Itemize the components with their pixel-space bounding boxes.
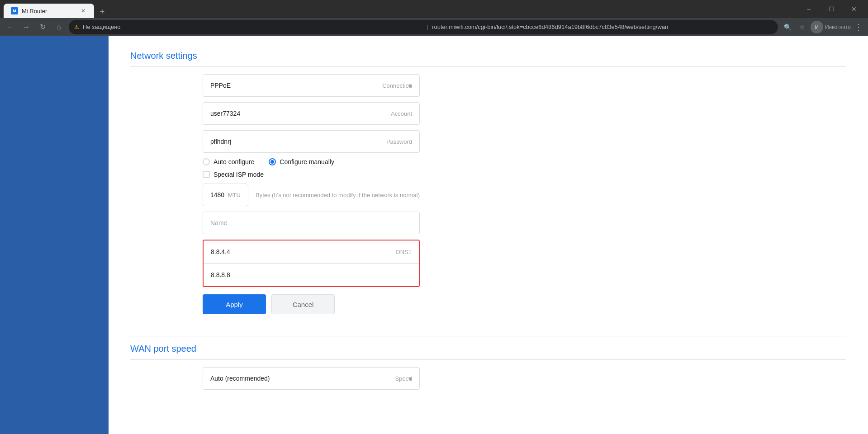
connection-field[interactable]: PPPoE Connection ▾ xyxy=(203,74,420,97)
wan-port-speed-section: WAN port speed Auto (recommended) Speed … xyxy=(130,336,846,390)
tab-favicon: M xyxy=(11,7,18,14)
dns-highlight-box: 8.8.4.4 DNS1 xyxy=(203,240,420,287)
apply-button[interactable]: Apply xyxy=(203,294,266,314)
network-settings-heading: Network settings xyxy=(130,51,846,67)
wan-port-speed-heading: WAN port speed xyxy=(130,344,846,360)
home-button[interactable]: ⌂ xyxy=(52,21,65,33)
bookmark-icon[interactable]: ☆ xyxy=(796,21,809,33)
connection-label: Connection xyxy=(382,82,412,89)
wan-speed-value: Auto (recommended) xyxy=(210,375,412,382)
tab-title: Mi Router xyxy=(22,8,76,14)
profile-label: Инкогнито xyxy=(825,24,851,30)
dns2-input-row[interactable] xyxy=(204,264,419,286)
dns2-input[interactable] xyxy=(211,271,412,278)
configure-manually-radio[interactable] xyxy=(269,158,276,165)
sidebar xyxy=(0,36,109,434)
configure-manually-option[interactable]: Configure manually xyxy=(269,158,334,165)
mtu-row: 1480 MTU Bytes (It's not recommended to … xyxy=(203,184,420,206)
url-bar[interactable]: ⚠ Не защищено | router.miwifi.com/cgi-bi… xyxy=(69,20,778,34)
content-area: Network settings PPPoE Connection ▾ user… xyxy=(109,36,868,434)
refresh-button[interactable]: ↻ xyxy=(36,21,49,33)
minimize-button[interactable]: ‒ xyxy=(798,2,819,16)
new-tab-button[interactable]: + xyxy=(96,5,109,18)
password-value: pflhdnrj xyxy=(210,138,412,145)
main-layout: Network settings PPPoE Connection ▾ user… xyxy=(0,36,868,434)
browser-menu-button[interactable]: ⋮ xyxy=(853,20,864,34)
connection-value: PPPoE xyxy=(210,82,412,89)
auto-configure-label: Auto configure xyxy=(213,158,254,165)
form-buttons: Apply Cancel xyxy=(203,294,420,314)
page-content: Network settings PPPoE Connection ▾ user… xyxy=(109,36,868,434)
wan-speed-form: Auto (recommended) Speed ▾ xyxy=(203,367,420,390)
address-bar: ← → ↻ ⌂ ⚠ Не защищено | router.miwifi.co… xyxy=(0,18,868,36)
dns1-input-row[interactable]: 8.8.4.4 DNS1 xyxy=(204,241,419,263)
back-button[interactable]: ← xyxy=(4,21,16,33)
configure-radio-group: Auto configure Configure manually xyxy=(203,158,420,165)
special-isp-checkbox-row[interactable]: Special ISP mode xyxy=(203,171,420,178)
mtu-hint: Bytes (It's not recommended to modify if… xyxy=(256,192,420,198)
auto-configure-option[interactable]: Auto configure xyxy=(203,158,254,165)
password-label: Password xyxy=(386,138,412,145)
browser-titlebar: M Mi Router ✕ + ‒ ☐ ✕ xyxy=(0,0,868,18)
name-placeholder: Name xyxy=(210,219,412,226)
url-warning-label: Не защищено xyxy=(83,24,423,30)
special-isp-checkbox[interactable] xyxy=(203,171,210,178)
tab-bar: M Mi Router ✕ + xyxy=(4,0,797,18)
mtu-label: MTU xyxy=(228,192,241,198)
active-tab[interactable]: M Mi Router ✕ xyxy=(4,4,94,18)
password-field[interactable]: pflhdnrj Password xyxy=(203,130,420,153)
cancel-button[interactable]: Cancel xyxy=(271,294,335,314)
url-actions: 🔍 ☆ И Инкогнито ⋮ xyxy=(782,20,864,34)
wan-speed-dropdown-icon: ▾ xyxy=(408,374,412,383)
profile-avatar[interactable]: И xyxy=(811,21,823,33)
name-field[interactable]: Name xyxy=(203,212,420,234)
connection-dropdown-icon: ▾ xyxy=(408,81,412,90)
account-field[interactable]: user77324 Account xyxy=(203,102,420,125)
section-divider xyxy=(130,336,846,336)
auto-configure-radio[interactable] xyxy=(203,158,210,165)
configure-manually-label: Configure manually xyxy=(280,158,334,165)
url-separator: | xyxy=(427,24,428,30)
url-text: router.miwifi.com/cgi-bin/luci/;stok=cbc… xyxy=(432,24,773,30)
forward-button[interactable]: → xyxy=(20,21,33,33)
wan-speed-field[interactable]: Auto (recommended) Speed ▾ xyxy=(203,367,420,390)
account-value: user77324 xyxy=(210,110,412,117)
dns1-value: 8.8.4.4 xyxy=(211,248,396,255)
dns2-row xyxy=(204,264,419,286)
dns1-row: 8.8.4.4 DNS1 xyxy=(204,241,419,264)
special-isp-label: Special ISP mode xyxy=(213,171,264,178)
search-icon[interactable]: 🔍 xyxy=(782,21,794,33)
dns1-label: DNS1 xyxy=(396,249,412,255)
tab-close-button[interactable]: ✕ xyxy=(80,7,87,14)
mtu-field[interactable]: 1480 MTU xyxy=(203,184,248,206)
window-controls: ‒ ☐ ✕ xyxy=(798,2,864,16)
close-button[interactable]: ✕ xyxy=(844,2,864,16)
maximize-button[interactable]: ☐ xyxy=(821,2,842,16)
security-warning-icon: ⚠ xyxy=(74,24,79,30)
network-settings-form: PPPoE Connection ▾ user77324 Account pfl… xyxy=(203,74,420,314)
account-label: Account xyxy=(391,110,412,117)
